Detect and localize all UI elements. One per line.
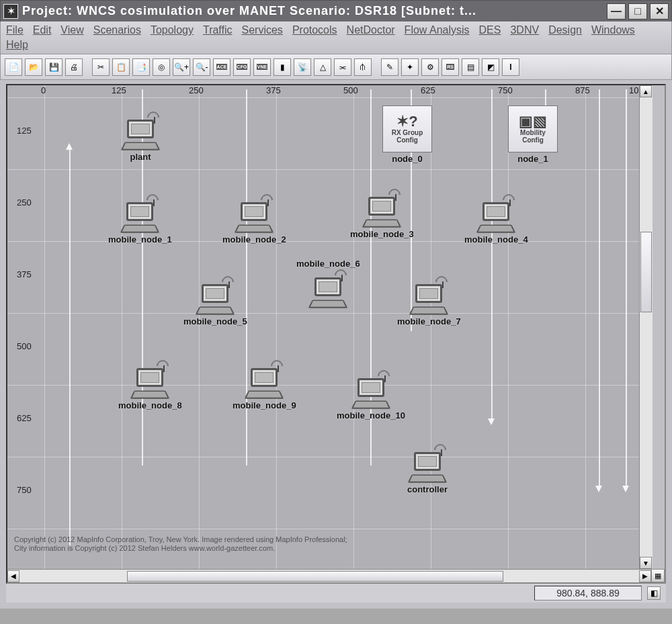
menu-flow-analysis[interactable]: Flow Analysis <box>405 24 470 36</box>
status-bar: 980.84, 888.89 ◧ <box>6 584 666 603</box>
menu-netdoctor[interactable]: NetDoctor <box>347 24 395 36</box>
maximize-button[interactable]: □ <box>628 3 647 19</box>
node-mobile-3[interactable]: mobile_node_3 <box>350 193 414 239</box>
scroll-corner-icon[interactable]: ▦ <box>651 569 665 582</box>
ruler-vertical: 125 250 375 500 625 750 <box>7 85 44 569</box>
crop-icon[interactable]: ◩ <box>482 58 499 76</box>
laptop-icon <box>409 448 446 483</box>
print-icon[interactable]: 🖨 <box>65 58 83 76</box>
network-canvas[interactable]: 0 125 250 375 500 625 750 875 10 125 250… <box>7 85 639 569</box>
menu-windows[interactable]: Windows <box>591 24 635 36</box>
node-plant[interactable]: plant <box>122 116 159 162</box>
laptop-icon <box>363 193 401 228</box>
wizard-icon[interactable]: ✦ <box>401 58 419 76</box>
minimize-button[interactable]: — <box>607 3 626 19</box>
warning-icon[interactable]: △ <box>314 58 331 76</box>
open-icon[interactable]: 📂 <box>25 58 42 76</box>
menu-view[interactable]: View <box>60 24 83 36</box>
mobility-config-icon: ▣▧ <box>519 114 547 129</box>
scroll-down-icon[interactable]: ▼ <box>640 557 652 569</box>
menu-topology[interactable]: Topology <box>151 24 194 36</box>
node-mobile-2[interactable]: mobile_node_2 <box>222 198 286 244</box>
text-icon[interactable]: I <box>502 58 519 76</box>
scroll-thumb[interactable] <box>127 571 503 582</box>
laptop-icon <box>235 198 273 233</box>
ruler-horizontal: 0 125 250 375 500 625 750 875 10 <box>7 85 639 96</box>
target-icon[interactable]: ◎ <box>153 58 170 76</box>
laptop-icon <box>196 280 234 315</box>
menu-edit[interactable]: Edit <box>33 24 52 36</box>
layers-icon[interactable]: ▤ <box>462 58 479 76</box>
scroll-track[interactable] <box>640 97 653 557</box>
scroll-track[interactable] <box>19 570 639 582</box>
satellite-icon[interactable]: 📡 <box>294 58 311 76</box>
cfg-icon[interactable]: CFG <box>233 58 251 76</box>
node-mobile-8[interactable]: mobile_node_8 <box>118 364 182 410</box>
menu-design[interactable]: Design <box>548 24 582 36</box>
menu-des[interactable]: DES <box>479 24 501 36</box>
rx-config-icon: ✶? <box>396 114 417 129</box>
battery-icon[interactable]: ▮ <box>274 58 291 76</box>
laptop-icon <box>121 198 159 233</box>
menu-scenarios[interactable]: Scenarios <box>93 24 141 36</box>
menu-help[interactable]: Help <box>6 39 28 51</box>
scroll-right-icon[interactable]: ▶ <box>639 570 651 582</box>
new-icon[interactable]: 📄 <box>5 58 22 76</box>
scroll-up-icon[interactable]: ▲ <box>640 85 652 97</box>
menu-3dnv[interactable]: 3DNV <box>510 24 539 36</box>
window-title: Project: WNCS cosimulation over MANET Sc… <box>22 4 607 18</box>
graph2-icon[interactable]: ⫛ <box>354 58 372 76</box>
horizontal-scrollbar[interactable]: ◀ ▶ <box>7 569 651 582</box>
title-bar: ✶ Project: WNCS cosimulation over MANET … <box>0 0 672 21</box>
laptop-icon <box>309 273 347 308</box>
scroll-left-icon[interactable]: ◀ <box>7 570 19 582</box>
ace-icon[interactable]: ACE <box>213 58 230 76</box>
node-mobile-6[interactable]: mobile_node_6 <box>296 273 360 320</box>
menu-protocols[interactable]: Protocols <box>292 24 337 36</box>
node-controller[interactable]: controller <box>407 448 448 494</box>
laptop-icon <box>410 280 448 315</box>
paste-icon[interactable]: 📑 <box>132 58 150 76</box>
zoom-in-icon[interactable]: 🔍+ <box>173 58 190 76</box>
laptop-icon <box>477 198 515 233</box>
laptop-icon <box>131 364 169 399</box>
save-icon[interactable]: 💾 <box>45 58 62 76</box>
cut-icon[interactable]: ✂ <box>92 58 110 76</box>
scroll-thumb[interactable] <box>640 232 652 312</box>
copy-icon[interactable]: 📋 <box>112 58 130 76</box>
node-mobile-4[interactable]: mobile_node_4 <box>464 198 528 244</box>
status-coordinates: 980.84, 888.89 <box>534 586 642 600</box>
node-rx-group-config[interactable]: ✶? RX Group Config node_0 <box>382 105 432 164</box>
vne-icon[interactable]: VNE <box>253 58 271 76</box>
status-icon[interactable]: ◧ <box>647 586 661 600</box>
laptop-icon <box>245 364 283 399</box>
menu-traffic[interactable]: Traffic <box>203 24 233 36</box>
laptop-icon <box>122 116 159 150</box>
gear-icon[interactable]: ⚙ <box>421 58 439 76</box>
laptop-icon <box>352 374 390 409</box>
app-icon: ✶ <box>3 4 18 19</box>
graph1-icon[interactable]: ⫘ <box>334 58 351 76</box>
rs-icon[interactable]: RS <box>442 58 459 76</box>
node-mobile-9[interactable]: mobile_node_9 <box>233 364 296 410</box>
menu-bar: File Edit View Scenarios Topology Traffi… <box>0 21 672 54</box>
toolbar: 📄 📂 💾 🖨 ✂ 📋 📑 ◎ 🔍+ 🔍- ACE CFG VNE ▮ 📡 △ … <box>0 54 672 80</box>
edit-icon[interactable]: ✎ <box>381 58 398 76</box>
menu-file[interactable]: File <box>6 24 24 36</box>
copyright-text: Copyright (c) 2012 MapInfo Corporation, … <box>14 535 347 553</box>
node-mobile-1[interactable]: mobile_node_1 <box>108 198 172 244</box>
node-mobile-5[interactable]: mobile_node_5 <box>183 280 247 326</box>
node-mobile-7[interactable]: mobile_node_7 <box>397 280 461 326</box>
menu-services[interactable]: Services <box>242 24 283 36</box>
close-button[interactable]: ✕ <box>650 3 669 19</box>
vertical-scrollbar[interactable]: ▲ ▼ <box>639 85 653 569</box>
node-mobile-10[interactable]: mobile_node_10 <box>337 374 405 420</box>
zoom-out-icon[interactable]: 🔍- <box>193 58 210 76</box>
node-mobility-config[interactable]: ▣▧ Mobility Config node_1 <box>508 105 558 164</box>
